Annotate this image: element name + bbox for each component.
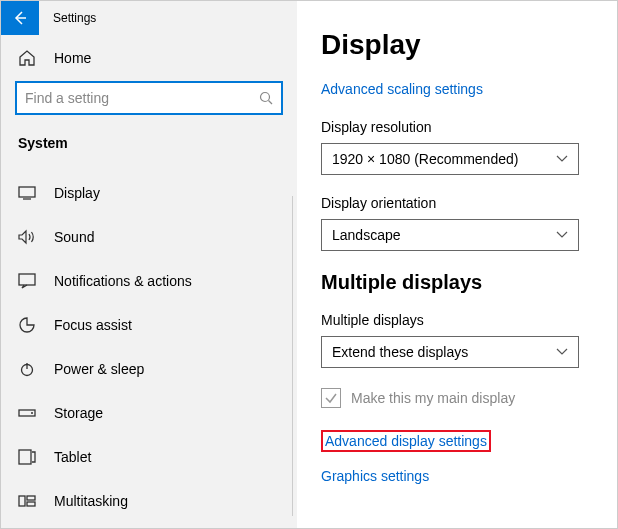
page-title: Display [321, 29, 593, 61]
svg-rect-7 [19, 496, 25, 506]
multiple-displays-select[interactable]: Extend these displays [321, 336, 579, 368]
nav-label: Multitasking [54, 493, 128, 509]
home-icon [18, 49, 36, 67]
arrow-left-icon [12, 10, 28, 26]
display-icon [18, 186, 36, 200]
sidebar-item-power[interactable]: Power & sleep [1, 347, 297, 391]
home-button[interactable]: Home [1, 35, 297, 81]
home-label: Home [54, 50, 91, 66]
titlebar: Settings [1, 1, 297, 35]
main-display-checkbox-row: Make this my main display [321, 388, 593, 408]
resolution-label: Display resolution [321, 119, 593, 135]
orientation-label: Display orientation [321, 195, 593, 211]
graphics-settings-link[interactable]: Graphics settings [321, 468, 429, 484]
sidebar-item-display[interactable]: Display [1, 171, 297, 215]
svg-rect-1 [19, 187, 35, 197]
section-label: System [1, 115, 297, 165]
search-input[interactable] [25, 90, 259, 106]
sidebar-item-notifications[interactable]: Notifications & actions [1, 259, 297, 303]
sidebar-item-tablet[interactable]: Tablet [1, 435, 297, 479]
chevron-down-icon [556, 231, 568, 239]
focus-icon [18, 316, 36, 334]
back-button[interactable] [1, 1, 39, 35]
check-icon [324, 391, 338, 405]
nav-list: Display Sound Notifications & actions Fo… [1, 171, 297, 523]
nav-label: Notifications & actions [54, 273, 192, 289]
orientation-value: Landscape [332, 227, 401, 243]
multitasking-icon [18, 494, 36, 508]
advanced-display-link[interactable]: Advanced display settings [325, 433, 487, 449]
multiple-displays-value: Extend these displays [332, 344, 468, 360]
power-icon [18, 361, 36, 377]
nav-label: Focus assist [54, 317, 132, 333]
content-pane: Display Advanced scaling settings Displa… [297, 1, 617, 528]
sound-icon [18, 229, 36, 245]
svg-rect-2 [19, 274, 35, 285]
chevron-down-icon [556, 348, 568, 356]
chevron-down-icon [556, 155, 568, 163]
multiple-displays-heading: Multiple displays [321, 271, 593, 294]
sidebar-item-storage[interactable]: Storage [1, 391, 297, 435]
svg-point-0 [261, 93, 270, 102]
sidebar: Settings Home System Display [1, 1, 297, 528]
svg-rect-6 [19, 450, 31, 464]
resolution-value: 1920 × 1080 (Recommended) [332, 151, 518, 167]
main-display-label: Make this my main display [351, 390, 515, 406]
orientation-select[interactable]: Landscape [321, 219, 579, 251]
nav-label: Tablet [54, 449, 91, 465]
search-icon [259, 91, 273, 105]
svg-point-5 [31, 412, 33, 414]
nav-label: Sound [54, 229, 94, 245]
sidebar-item-sound[interactable]: Sound [1, 215, 297, 259]
nav-label: Power & sleep [54, 361, 144, 377]
advanced-scaling-link[interactable]: Advanced scaling settings [321, 81, 483, 97]
nav-label: Storage [54, 405, 103, 421]
notifications-icon [18, 273, 36, 289]
main-display-checkbox [321, 388, 341, 408]
titlebar-label: Settings [53, 11, 96, 25]
nav-label: Display [54, 185, 100, 201]
sidebar-item-focus[interactable]: Focus assist [1, 303, 297, 347]
resolution-select[interactable]: 1920 × 1080 (Recommended) [321, 143, 579, 175]
sidebar-item-multitasking[interactable]: Multitasking [1, 479, 297, 523]
svg-rect-8 [27, 496, 35, 500]
tablet-icon [18, 449, 36, 465]
storage-icon [18, 408, 36, 418]
svg-rect-9 [27, 502, 35, 506]
search-box[interactable] [15, 81, 283, 115]
multiple-displays-label: Multiple displays [321, 312, 593, 328]
sidebar-divider [292, 196, 293, 516]
